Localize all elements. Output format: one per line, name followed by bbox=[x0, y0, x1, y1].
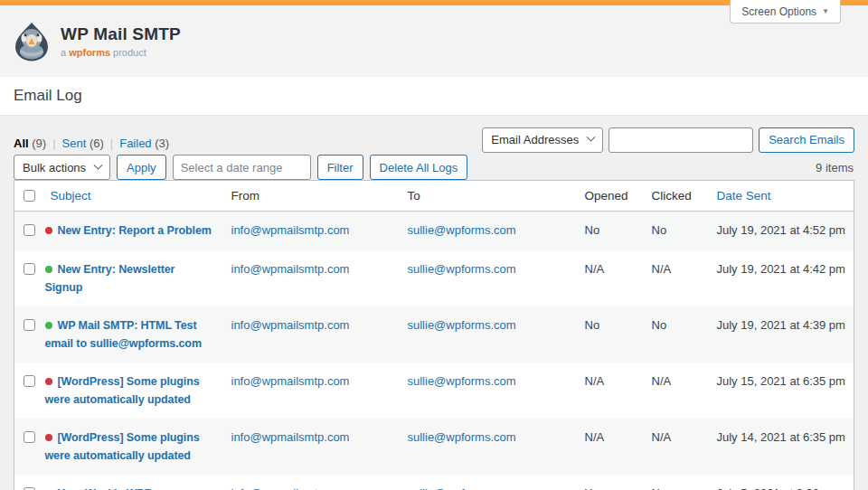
opened-cell: N/A bbox=[576, 363, 643, 419]
to-email-link[interactable]: sullie@wpforms.com bbox=[408, 430, 516, 444]
subject-cell: New Entry: Report a Problem bbox=[45, 212, 222, 251]
email-subject-link[interactable]: [WordPress] Some plugins were automatica… bbox=[45, 375, 200, 406]
clicked-cell: N/A bbox=[643, 363, 708, 419]
row-checkbox[interactable] bbox=[24, 263, 35, 275]
view-all-count: (9) bbox=[32, 137, 46, 150]
table-row: Your Weekly WPForms Summary info@wpmails… bbox=[14, 475, 854, 490]
row-checkbox[interactable] bbox=[24, 375, 35, 387]
bulk-actions-controls: Bulk actions Apply Filter Delete All Log… bbox=[14, 155, 467, 180]
date-sent-cell: July 19, 2021 at 4:39 pm bbox=[708, 306, 854, 363]
status-sent-dot bbox=[45, 266, 52, 273]
row-checkbox-cell bbox=[14, 419, 45, 475]
screen-options-button[interactable]: Screen Options ▼ bbox=[730, 0, 841, 24]
row-checkbox-cell bbox=[14, 475, 45, 490]
from-email-link[interactable]: info@wpmailsmtp.com bbox=[231, 430, 350, 444]
search-input[interactable] bbox=[609, 127, 753, 153]
to-email-link[interactable]: sullie@wpforms.com bbox=[408, 223, 516, 237]
view-failed-link[interactable]: Failed (3) bbox=[104, 137, 169, 150]
plugin-subtitle: a wpforms product bbox=[61, 47, 181, 58]
email-subject-link[interactable]: New Entry: Newsletter Signup bbox=[45, 263, 175, 294]
status-sent-dot bbox=[45, 322, 52, 329]
apply-button[interactable]: Apply bbox=[117, 155, 166, 180]
clicked-cell: N/A bbox=[643, 419, 708, 475]
from-cell: info@wpmailsmtp.com bbox=[222, 212, 399, 251]
view-sent-count: (6) bbox=[90, 137, 104, 150]
status-failed-dot bbox=[45, 378, 52, 385]
view-failed-count: (3) bbox=[155, 137, 169, 150]
from-cell: info@wpmailsmtp.com bbox=[222, 363, 399, 419]
row-checkbox[interactable] bbox=[24, 224, 35, 236]
email-subject-link[interactable]: WP Mail SMTP: HTML Test email to sullie@… bbox=[45, 319, 202, 350]
row-checkbox[interactable] bbox=[24, 431, 35, 443]
opened-cell: Yes bbox=[576, 475, 643, 490]
row-checkbox[interactable] bbox=[24, 319, 35, 331]
from-email-link[interactable]: info@wpmailsmtp.com bbox=[231, 374, 350, 388]
table-row: [WordPress] Some plugins were automatica… bbox=[14, 363, 854, 419]
to-cell: sullie@wpforms.com bbox=[399, 250, 576, 306]
clicked-cell: No bbox=[643, 306, 708, 363]
wp-mail-smtp-email-log-page: Screen Options ▼ WP Mail SMTP a wpforms … bbox=[0, 0, 868, 490]
date-sent-cell: July 19, 2021 at 4:42 pm bbox=[708, 250, 854, 306]
subject-cell: WP Mail SMTP: HTML Test email to sullie@… bbox=[45, 306, 222, 363]
from-email-link[interactable]: info@wpmailsmtp.com bbox=[231, 262, 350, 276]
date-sent-cell: July 15, 2021 at 6:35 pm bbox=[708, 363, 854, 419]
to-cell: sullie@wpforms.com bbox=[399, 419, 576, 475]
email-log-content: All (9)Sent (6)Failed (3) Email Addresse… bbox=[0, 127, 868, 490]
bulk-actions-select[interactable]: Bulk actions bbox=[14, 155, 110, 180]
date-range-input[interactable] bbox=[173, 155, 311, 180]
table-row: [WordPress] Some plugins were automatica… bbox=[14, 419, 854, 475]
page-title: Email Log bbox=[14, 87, 82, 105]
filters-and-search-row: All (9)Sent (6)Failed (3) Email Addresse… bbox=[14, 127, 854, 152]
from-cell: info@wpmailsmtp.com bbox=[222, 419, 399, 475]
opened-cell: N/A bbox=[576, 250, 643, 306]
to-email-link[interactable]: sullie@wpforms.com bbox=[408, 262, 516, 276]
from-email-link[interactable]: info@wpmailsmtp.com bbox=[231, 223, 350, 237]
view-failed-label: Failed bbox=[119, 137, 151, 150]
subject-cell: [WordPress] Some plugins were automatica… bbox=[45, 363, 222, 419]
status-failed-dot bbox=[45, 434, 52, 441]
table-row: WP Mail SMTP: HTML Test email to sullie@… bbox=[14, 306, 854, 363]
row-checkbox-cell bbox=[14, 250, 45, 306]
page-title-band: Email Log bbox=[0, 77, 868, 116]
from-cell: info@wpmailsmtp.com bbox=[222, 250, 399, 306]
row-checkbox-cell bbox=[14, 212, 45, 251]
view-all-label: All bbox=[14, 137, 29, 150]
select-all-checkbox[interactable] bbox=[24, 190, 35, 202]
subtitle-suffix: product bbox=[113, 47, 146, 58]
to-email-link[interactable]: sullie@wpforms.com bbox=[408, 374, 516, 388]
bulk-actions-row: Bulk actions Apply Filter Delete All Log… bbox=[14, 155, 854, 180]
chevron-down-icon bbox=[94, 160, 103, 169]
from-email-link[interactable]: info@wpmailsmtp.com bbox=[231, 486, 350, 490]
view-sent-link[interactable]: Sent (6) bbox=[46, 137, 104, 150]
search-emails-button[interactable]: Search Emails bbox=[759, 127, 854, 153]
pigeon-logo-icon bbox=[14, 22, 50, 61]
view-sent-label: Sent bbox=[62, 137, 87, 150]
column-header-opened: Opened bbox=[576, 181, 643, 212]
subject-cell: New Entry: Newsletter Signup bbox=[45, 250, 222, 306]
view-all-link[interactable]: All (9) bbox=[14, 137, 46, 150]
email-subject-link[interactable]: [WordPress] Some plugins were automatica… bbox=[45, 431, 200, 462]
subject-cell: Your Weekly WPForms Summary bbox=[45, 475, 222, 490]
clicked-cell: N/A bbox=[643, 250, 708, 306]
search-field-select[interactable]: Email Addresses bbox=[482, 127, 603, 153]
column-header-date-sent[interactable]: Date Sent bbox=[708, 181, 854, 212]
plugin-title: WP Mail SMTP bbox=[61, 24, 181, 44]
view-filter-links: All (9)Sent (6)Failed (3) bbox=[14, 137, 169, 152]
row-checkbox-cell bbox=[14, 306, 45, 363]
opened-cell: No bbox=[576, 306, 643, 363]
plugin-title-block: WP Mail SMTP a wpforms product bbox=[61, 24, 181, 58]
to-email-link[interactable]: sullie@wpforms.com bbox=[408, 486, 516, 490]
chevron-down-icon: ▼ bbox=[822, 7, 829, 15]
table-row: New Entry: Newsletter Signup info@wpmail… bbox=[14, 250, 854, 306]
to-email-link[interactable]: sullie@wpforms.com bbox=[408, 318, 516, 332]
delete-all-logs-button[interactable]: Delete All Logs bbox=[370, 155, 468, 180]
filter-button[interactable]: Filter bbox=[317, 155, 363, 180]
screen-options-label: Screen Options bbox=[741, 5, 816, 18]
email-subject-link[interactable]: New Entry: Report a Problem bbox=[58, 224, 212, 237]
column-header-subject[interactable]: Subject bbox=[45, 181, 222, 212]
from-cell: info@wpmailsmtp.com bbox=[222, 306, 399, 363]
opened-cell: N/A bbox=[576, 419, 643, 475]
table-row: New Entry: Report a Problem info@wpmails… bbox=[14, 212, 854, 251]
from-email-link[interactable]: info@wpmailsmtp.com bbox=[231, 318, 350, 332]
to-cell: sullie@wpforms.com bbox=[399, 475, 576, 490]
